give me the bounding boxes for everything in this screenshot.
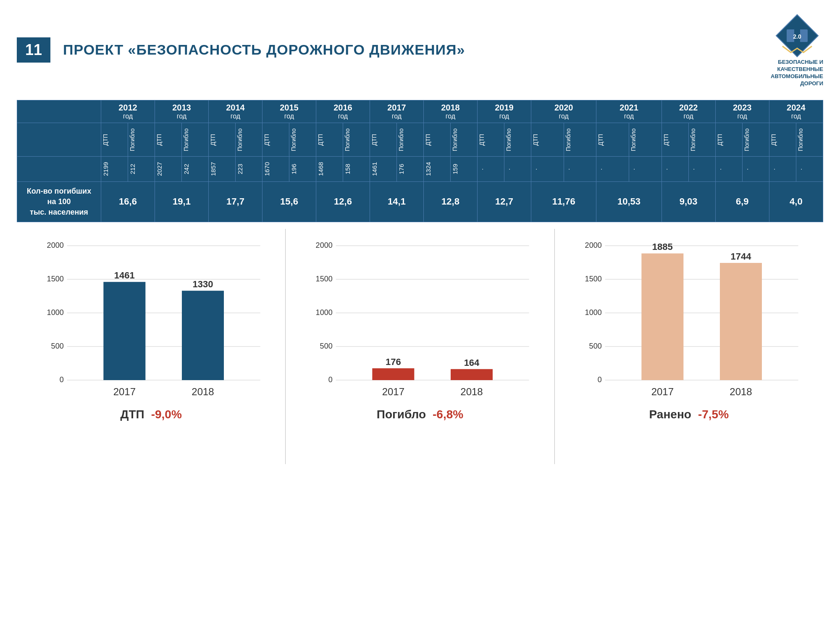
svg-text:2018: 2018 — [730, 386, 752, 397]
col-label-cell: Погибло — [688, 123, 715, 156]
svg-text:2017: 2017 — [651, 386, 673, 397]
data-value-cell: 2199 — [101, 156, 128, 181]
data-value-cell: 2027 — [155, 156, 182, 181]
data-value-cell: 223 — [236, 156, 262, 181]
chart-section: 05001000150020001461201713302018ДТП-9,0%… — [17, 229, 823, 464]
chart-svg-0: 05001000150020001461201713302018 — [29, 229, 273, 405]
chart-svg-2: 05001000150020001885201717442018 — [567, 229, 811, 405]
svg-text:1500: 1500 — [47, 275, 64, 283]
svg-text:500: 500 — [320, 342, 333, 350]
bar-2-0 — [641, 254, 683, 381]
stat-value-cell: 12,7 — [478, 181, 531, 222]
col-label-cell: ДТП — [101, 123, 128, 156]
col-label-cell: ДТП — [715, 123, 742, 156]
chart-block-0: 05001000150020001461201713302018ДТП-9,0% — [17, 229, 286, 464]
data-value-cell: · — [564, 156, 596, 181]
svg-text:2000: 2000 — [316, 241, 333, 249]
chart-block-2: 05001000150020001885201717442018Ранено-7… — [555, 229, 823, 464]
svg-text:500: 500 — [589, 342, 601, 350]
data-value-cell: 242 — [182, 156, 209, 181]
svg-text:1000: 1000 — [316, 308, 333, 317]
col-label-cell: ДТП — [262, 123, 289, 156]
header: 11 ПРОЕКТ «БЕЗОПАСНОСТЬ ДОРОЖНОГО ДВИЖЕН… — [17, 13, 823, 87]
stat-value-cell: 15,6 — [262, 181, 316, 222]
chart-footer-1: Погибло-6,8% — [298, 405, 541, 421]
col-label-cell: Погибло — [236, 123, 262, 156]
data-value-cell: 158 — [343, 156, 370, 181]
svg-text:0: 0 — [60, 375, 64, 384]
data-value-cell: 176 — [397, 156, 424, 181]
year-header-cell: 2016год — [316, 100, 370, 123]
svg-text:2017: 2017 — [113, 386, 136, 397]
svg-text:1744: 1744 — [730, 251, 751, 262]
data-value-cell: · — [715, 156, 742, 181]
page-title: ПРОЕКТ «БЕЗОПАСНОСТЬ ДОРОЖНОГО ДВИЖЕНИЯ» — [63, 42, 762, 58]
col-label-cell: ДТП — [155, 123, 182, 156]
logo-text: БЕЗОПАСНЫЕ И КАЧЕСТВЕННЫЕ АВТОМОБИЛЬНЫЕ … — [771, 59, 823, 87]
svg-text:0: 0 — [328, 375, 333, 384]
data-value-cell: 1468 — [316, 156, 343, 181]
chart-svg-1: 050010001500200017620171642018 — [298, 229, 541, 405]
data-value-cell: 159 — [451, 156, 478, 181]
stat-value-cell: 16,6 — [101, 181, 155, 222]
svg-text:2000: 2000 — [585, 241, 601, 249]
stat-value-cell: 9,03 — [662, 181, 715, 222]
stat-value-cell: 14,1 — [370, 181, 424, 222]
bar-1-0 — [373, 368, 415, 380]
svg-text:1000: 1000 — [47, 308, 64, 317]
svg-text:1500: 1500 — [316, 275, 333, 283]
year-header-cell: 2023год — [715, 100, 769, 123]
col-label-cell: Погибло — [128, 123, 155, 156]
stat-value-cell: 6,9 — [715, 181, 769, 222]
chart-block-1: 050010001500200017620171642018Погибло-6,… — [286, 229, 554, 464]
data-value-cell: · — [742, 156, 769, 181]
slide-number: 11 — [17, 37, 50, 63]
col-label-cell: Погибло — [451, 123, 478, 156]
data-value-cell: · — [688, 156, 715, 181]
chart-footer-0: ДТП-9,0% — [29, 405, 273, 421]
chart-change-0: -9,0% — [151, 408, 182, 421]
row-label: Кол-во погибших на 100тыс. населения — [17, 181, 101, 222]
logo-area: 2.0 БЕЗОПАСНЫЕ И КАЧЕСТВЕННЫЕ АВТОМОБИЛЬ… — [771, 13, 823, 87]
col-label-cell: ДТП — [478, 123, 504, 156]
col-label-cell: ДТП — [370, 123, 397, 156]
svg-text:0: 0 — [597, 375, 601, 384]
data-value-cell: 1461 — [370, 156, 397, 181]
data-value-cell: · — [596, 156, 629, 181]
year-header-cell: 2015год — [262, 100, 316, 123]
svg-text:2018: 2018 — [192, 386, 214, 397]
col-label-cell: ДТП — [209, 123, 236, 156]
svg-text:2018: 2018 — [461, 386, 483, 397]
year-header-cell: 2014год — [209, 100, 262, 123]
col-label-cell: ДТП — [531, 123, 564, 156]
stat-value-cell: 19,1 — [155, 181, 209, 222]
data-value-cell: · — [478, 156, 504, 181]
data-value-cell: 1857 — [209, 156, 236, 181]
col-label-cell: Погибло — [289, 123, 316, 156]
chart-label-1: Погибло — [377, 408, 426, 421]
data-value-cell: 1670 — [262, 156, 289, 181]
bar-0-0 — [103, 282, 145, 380]
col-label-cell: Погибло — [343, 123, 370, 156]
col-label-cell: Погибло — [182, 123, 209, 156]
svg-text:500: 500 — [51, 342, 64, 350]
bar-0-1 — [182, 291, 224, 380]
data-value-cell: · — [662, 156, 688, 181]
data-value-cell: 1324 — [424, 156, 451, 181]
year-header-cell: 2021год — [596, 100, 662, 123]
svg-text:2017: 2017 — [382, 386, 404, 397]
stat-value-cell: 12,6 — [316, 181, 370, 222]
data-value-cell: 212 — [128, 156, 155, 181]
svg-text:1500: 1500 — [585, 275, 601, 283]
page: 11 ПРОЕКТ «БЕЗОПАСНОСТЬ ДОРОЖНОГО ДВИЖЕН… — [0, 0, 840, 630]
year-header-cell: 2020год — [531, 100, 596, 123]
stat-value-cell: 12,8 — [424, 181, 478, 222]
chart-label-2: Ранено — [649, 408, 691, 421]
col-label-cell: ДТП — [424, 123, 451, 156]
svg-text:164: 164 — [464, 357, 480, 368]
data-value-cell: · — [769, 156, 796, 181]
logo-icon: 2.0 — [774, 13, 820, 59]
chart-footer-2: Ранено-7,5% — [567, 405, 811, 421]
year-header-cell: 2024год — [769, 100, 823, 123]
bar-2-1 — [720, 263, 762, 380]
